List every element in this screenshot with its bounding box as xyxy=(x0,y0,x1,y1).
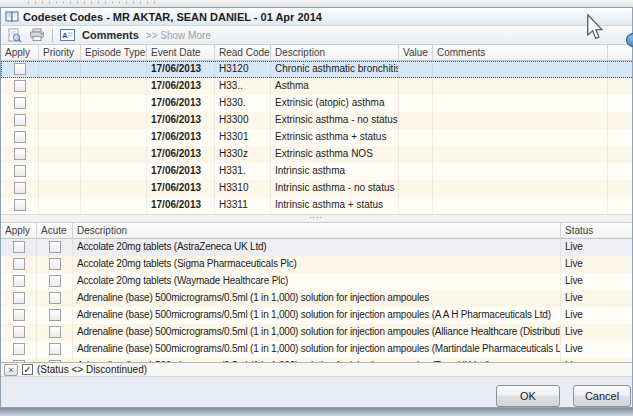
cancel-button[interactable]: Cancel xyxy=(573,385,631,407)
apply-checkbox[interactable] xyxy=(13,241,25,253)
drugs-row[interactable]: Adrenaline (base) 500micrograms/0.5ml (1… xyxy=(1,324,632,341)
codes-row-cell-description: Intrinsic asthma xyxy=(271,163,399,180)
drugs-row-cell-acute xyxy=(37,239,73,256)
codes-row[interactable]: 17/06/2013H3300Extrinsic asthma - no sta… xyxy=(1,112,632,129)
drugs-row-cell-status: Live xyxy=(561,273,632,290)
codes-row[interactable]: 17/06/2013H330.Extrinsic (atopic) asthma xyxy=(1,95,632,112)
help-button[interactable] xyxy=(626,33,633,47)
codes-row[interactable]: 17/06/2013H3301Extrinsic asthma + status xyxy=(1,129,632,146)
drugs-row-cell-status: Live xyxy=(561,307,632,324)
apply-checkbox[interactable] xyxy=(14,97,26,109)
apply-checkbox[interactable] xyxy=(14,131,26,143)
drugs-row-cell-acute xyxy=(37,341,73,358)
codes-row-cell-description: Extrinsic (atopic) asthma xyxy=(271,95,399,112)
window-book-icon xyxy=(5,10,19,23)
drugs-row-cell-acute xyxy=(37,307,73,324)
codes-row-cell-description: Extrinsic asthma + status xyxy=(271,129,399,146)
codes-row-cell-priority xyxy=(39,180,81,197)
codes-row-cell-read_code: H331. xyxy=(215,163,271,180)
column-header-priority[interactable]: Priority xyxy=(39,45,81,60)
apply-checkbox[interactable] xyxy=(14,199,26,211)
codes-row-cell-read_code: H330z xyxy=(215,146,271,163)
codes-row-cell-read_code: H330. xyxy=(215,95,271,112)
drugs-row-cell-description: Accolate 20mg tablets (Sigma Pharmaceuti… xyxy=(73,256,561,273)
column-header-apply[interactable]: Apply xyxy=(1,45,39,60)
filter-checkbox[interactable]: ✓ xyxy=(22,364,33,375)
column-header-description[interactable]: Description xyxy=(271,45,399,60)
drugs-row-cell-apply xyxy=(1,324,37,341)
drugs-row-cell-description: Adrenaline (base) 500micrograms/0.5ml (1… xyxy=(73,290,561,307)
apply-checkbox[interactable] xyxy=(13,326,25,338)
apply-checkbox[interactable] xyxy=(14,63,26,75)
drugs-row-cell-acute xyxy=(37,290,73,307)
codes-row-cell-comments xyxy=(433,146,608,163)
drugs-row-cell-apply xyxy=(1,290,37,307)
apply-checkbox[interactable] xyxy=(14,114,26,126)
column-header-episode-type[interactable]: Episode Type xyxy=(81,45,147,60)
ok-button[interactable]: OK xyxy=(496,385,560,407)
column-header-acute[interactable]: Acute xyxy=(37,223,73,238)
apply-checkbox[interactable] xyxy=(13,292,25,304)
apply-checkbox[interactable] xyxy=(13,258,25,270)
codes-row-cell-apply xyxy=(1,95,39,112)
codes-row-cell-comments xyxy=(433,163,608,180)
codes-row-cell-priority xyxy=(39,146,81,163)
codes-row[interactable]: 17/06/2013H3120Chronic asthmatic bronchi… xyxy=(1,61,632,78)
drugs-row[interactable]: Accolate 20mg tablets (AstraZeneca UK Lt… xyxy=(1,239,632,256)
codes-row-cell-event_date: 17/06/2013 xyxy=(147,197,215,214)
filter-bar: × ✓ (Status <> Discontinued) xyxy=(1,362,632,377)
drugs-row-cell-apply xyxy=(1,307,37,324)
column-header-comments[interactable]: Comments xyxy=(433,45,608,60)
drugs-row-cell-apply xyxy=(1,273,37,290)
acute-checkbox[interactable] xyxy=(49,292,61,304)
apply-checkbox[interactable] xyxy=(13,275,25,287)
codes-row[interactable]: 17/06/2013H331.Intrinsic asthma xyxy=(1,163,632,180)
codes-row-cell-value xyxy=(399,61,433,78)
codes-row[interactable]: 17/06/2013H3311Intrinsic asthma + status xyxy=(1,197,632,214)
print-preview-icon[interactable] xyxy=(7,28,22,43)
codes-row-cell-value xyxy=(399,129,433,146)
drugs-row-cell-description: Adrenaline (base) 500micrograms/0.5ml (1… xyxy=(73,341,561,358)
drugs-row-cell-acute xyxy=(37,256,73,273)
comments-icon[interactable]: A xyxy=(60,29,75,41)
acute-checkbox[interactable] xyxy=(49,275,61,287)
column-header-read-code[interactable]: Read Code xyxy=(215,45,271,60)
drugs-row[interactable]: Accolate 20mg tablets (Waymade Healthcar… xyxy=(1,273,632,290)
remove-filter-button[interactable]: × xyxy=(4,364,18,376)
column-header-description[interactable]: Description xyxy=(73,223,561,238)
codes-row-cell-read_code: H3310 xyxy=(215,180,271,197)
show-more-link[interactable]: >> Show More xyxy=(146,30,211,41)
codes-row-cell-episode_type xyxy=(81,180,147,197)
apply-checkbox[interactable] xyxy=(14,148,26,160)
comments-button[interactable]: Comments xyxy=(82,29,139,41)
column-header-status[interactable]: Status xyxy=(561,223,633,238)
column-header-apply[interactable]: Apply xyxy=(1,223,37,238)
codes-row[interactable]: 17/06/2013H33..Asthma xyxy=(1,78,632,95)
drugs-table-header: ApplyAcuteDescriptionStatus xyxy=(1,223,632,239)
drugs-row[interactable]: Accolate 20mg tablets (Sigma Pharmaceuti… xyxy=(1,256,632,273)
apply-checkbox[interactable] xyxy=(13,309,25,321)
filter-expression: (Status <> Discontinued) xyxy=(37,364,147,375)
apply-checkbox[interactable] xyxy=(14,80,26,92)
codes-row[interactable]: 17/06/2013H330zExtrinsic asthma NOS xyxy=(1,146,632,163)
drugs-row[interactable]: Adrenaline (base) 500micrograms/0.5ml (1… xyxy=(1,290,632,307)
splitter-handle[interactable] xyxy=(1,214,632,223)
acute-checkbox[interactable] xyxy=(49,326,61,338)
acute-checkbox[interactable] xyxy=(49,241,61,253)
print-icon[interactable] xyxy=(29,28,45,42)
column-header-event-date[interactable]: Event Date xyxy=(147,45,215,60)
apply-checkbox[interactable] xyxy=(13,343,25,355)
acute-checkbox[interactable] xyxy=(49,309,61,321)
apply-checkbox[interactable] xyxy=(14,165,26,177)
drugs-row[interactable]: Adrenaline (base) 500micrograms/0.5ml (1… xyxy=(1,341,632,358)
acute-checkbox[interactable] xyxy=(49,343,61,355)
codes-row-cell-read_code: H3300 xyxy=(215,112,271,129)
screen: Codeset Codes - MR AKTAR, SEAN DANIEL - … xyxy=(0,0,633,416)
codes-row[interactable]: 17/06/2013H3310Intrinsic asthma - no sta… xyxy=(1,180,632,197)
codes-row-cell-apply xyxy=(1,112,39,129)
codes-row-cell-comments xyxy=(433,112,608,129)
column-header-value[interactable]: Value xyxy=(399,45,433,60)
drugs-row[interactable]: Adrenaline (base) 500micrograms/0.5ml (1… xyxy=(1,307,632,324)
apply-checkbox[interactable] xyxy=(14,182,26,194)
acute-checkbox[interactable] xyxy=(49,258,61,270)
